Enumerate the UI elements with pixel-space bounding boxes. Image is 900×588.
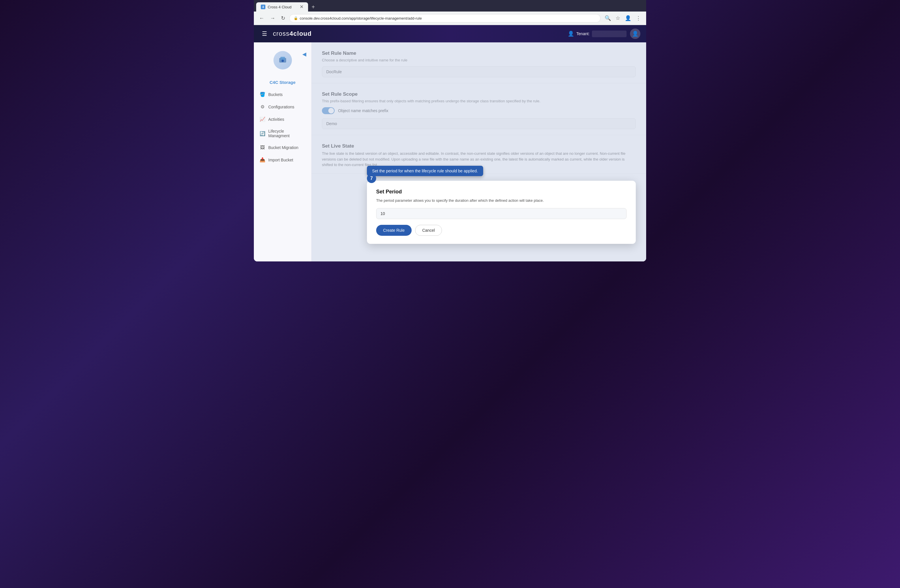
configurations-icon: ⚙ bbox=[260, 104, 265, 110]
sidebar-item-label: Bucket Migration bbox=[268, 145, 298, 150]
tenant-label: Tenant: bbox=[576, 31, 590, 36]
step-badge: 7 bbox=[367, 174, 376, 183]
modal-desc: The period parameter allows you to speci… bbox=[376, 198, 627, 203]
sidebar-item-lifecycle[interactable]: 🔄 Lifecycle Managment bbox=[254, 125, 311, 142]
tooltip-callout: Set the period for when the lifecycle ru… bbox=[367, 166, 483, 176]
avatar-icon: 👤 bbox=[632, 31, 638, 37]
tab-title: Cross 4 Cloud bbox=[268, 5, 291, 9]
migration-icon: 🖼 bbox=[260, 145, 265, 150]
address-bar[interactable]: 🔒 console.dev.cross4cloud.com/app/storag… bbox=[289, 14, 601, 22]
back-button[interactable]: ← bbox=[257, 14, 266, 22]
profile-button[interactable]: 👤 bbox=[623, 14, 633, 22]
app-header: ☰ cross4cloud 👤 Tenant: 👤 bbox=[254, 25, 646, 42]
sidebar-nav: 🪣 Buckets ⚙ Configurations 📈 Activities … bbox=[254, 88, 311, 166]
sidebar-section-title: C4C Storage bbox=[254, 79, 311, 88]
sidebar-item-label: Buckets bbox=[268, 92, 283, 97]
forward-button[interactable]: → bbox=[268, 14, 277, 22]
hamburger-button[interactable]: ☰ bbox=[260, 28, 269, 39]
tenant-section: 👤 Tenant: bbox=[568, 31, 627, 37]
sidebar-item-label: Lifecycle Managment bbox=[268, 129, 306, 138]
header-right: 👤 Tenant: 👤 bbox=[568, 29, 640, 39]
modal-title: Set Period bbox=[376, 189, 627, 195]
browser-tab[interactable]: 4 Cross 4 Cloud ✕ bbox=[256, 2, 308, 12]
lifecycle-icon: 🔄 bbox=[260, 131, 265, 136]
app-content: ◀ C4C Storage 🪣 Buckets ⚙ bbox=[254, 42, 646, 262]
address-text: console.dev.cross4cloud.com/app/storage/… bbox=[300, 16, 422, 20]
sidebar-item-activities[interactable]: 📈 Activities bbox=[254, 113, 311, 125]
browser-chrome: 4 Cross 4 Cloud ✕ + ← → ↻ 🔒 console.dev.… bbox=[254, 0, 646, 25]
sidebar-item-configurations[interactable]: ⚙ Configurations bbox=[254, 101, 311, 113]
sidebar: ◀ C4C Storage 🪣 Buckets ⚙ bbox=[254, 42, 312, 262]
tab-close-button[interactable]: ✕ bbox=[300, 5, 303, 9]
import-icon: 📥 bbox=[260, 157, 265, 162]
user-avatar-button[interactable]: 👤 bbox=[630, 29, 640, 39]
lock-icon: 🔒 bbox=[294, 16, 298, 20]
buckets-icon: 🪣 bbox=[260, 92, 265, 97]
svg-point-2 bbox=[282, 60, 284, 62]
toolbar-icons: 🔍 ☆ 👤 ⋮ bbox=[603, 14, 643, 22]
tab-bar: 4 Cross 4 Cloud ✕ + bbox=[254, 0, 646, 12]
app-window: ☰ cross4cloud 👤 Tenant: 👤 ◀ bbox=[254, 25, 646, 262]
tenant-input[interactable] bbox=[592, 31, 627, 37]
sidebar-item-import-bucket[interactable]: 📥 Import Bucket bbox=[254, 154, 311, 166]
sidebar-collapse-button[interactable]: ◀ bbox=[302, 51, 306, 57]
tenant-icon: 👤 bbox=[568, 31, 574, 37]
cancel-button[interactable]: Cancel bbox=[415, 225, 442, 236]
sidebar-item-label: Import Bucket bbox=[268, 158, 293, 162]
bookmark-button[interactable]: ☆ bbox=[614, 14, 622, 22]
hamburger-icon: ☰ bbox=[262, 31, 267, 37]
sidebar-item-label: Configurations bbox=[268, 105, 294, 109]
browser-toolbar: ← → ↻ 🔒 console.dev.cross4cloud.com/app/… bbox=[254, 12, 646, 25]
search-button[interactable]: 🔍 bbox=[603, 14, 613, 22]
create-rule-button[interactable]: Create Rule bbox=[376, 225, 412, 236]
new-tab-button[interactable]: + bbox=[309, 3, 317, 12]
sidebar-item-buckets[interactable]: 🪣 Buckets bbox=[254, 88, 311, 101]
period-input[interactable] bbox=[376, 208, 627, 219]
main-content: Set Rule Name Choose a descriptive and i… bbox=[312, 42, 646, 262]
sidebar-logo-icon bbox=[273, 51, 292, 70]
sidebar-item-bucket-migration[interactable]: 🖼 Bucket Migration bbox=[254, 142, 311, 154]
sidebar-item-label: Activities bbox=[268, 117, 284, 122]
modal-actions: Create Rule Cancel bbox=[376, 225, 627, 236]
tab-favicon: 4 bbox=[261, 5, 265, 9]
app-logo: cross4cloud bbox=[273, 30, 312, 37]
activities-icon: 📈 bbox=[260, 116, 265, 122]
reload-button[interactable]: ↻ bbox=[279, 14, 287, 22]
logo-text: cross4cloud bbox=[273, 30, 312, 37]
set-period-modal: Set Period The period parameter allows y… bbox=[367, 181, 636, 244]
more-button[interactable]: ⋮ bbox=[634, 14, 643, 22]
